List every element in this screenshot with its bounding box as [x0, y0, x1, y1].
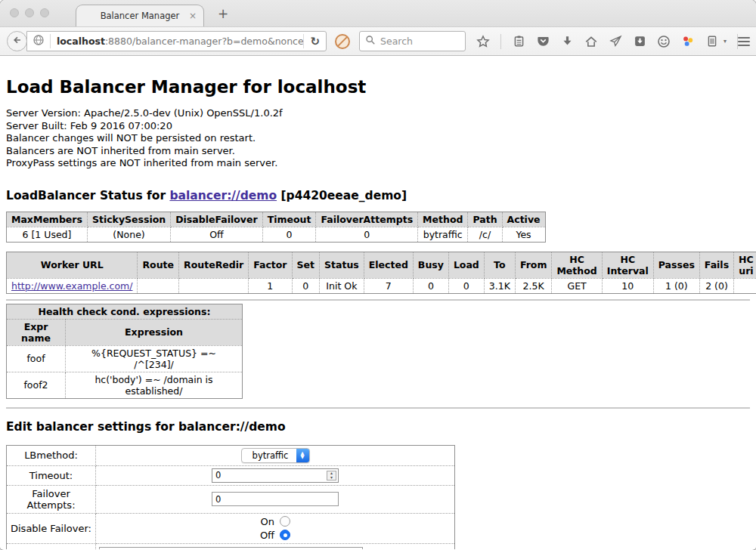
failover-attempts-input[interactable]: 0	[212, 492, 339, 506]
server-version-line: Server Version: Apache/2.5.0-dev (Unix) …	[6, 107, 283, 119]
window-controls[interactable]	[10, 8, 49, 17]
cell-expression-1: %{REQUEST_STATUS} =~ /^[234]/	[66, 345, 243, 372]
worker-status-table: Worker URL Route RouteRedir Factor Set S…	[6, 252, 756, 294]
health-row-foof: foof %{REQUEST_STATUS} =~ /^[234]/	[7, 345, 243, 372]
zoom-window-button[interactable]	[40, 8, 49, 17]
reload-icon: ↻	[310, 35, 320, 48]
col-load: Load	[448, 252, 484, 278]
cell-active: Yes	[502, 227, 545, 242]
cell-fails: 2 (0)	[699, 278, 733, 293]
cell-method: bytraffic	[418, 227, 468, 242]
status-heading-suffix: [p4420eeae_demo]	[277, 189, 407, 202]
col-fails: Fails	[699, 252, 733, 278]
col-route: Route	[138, 252, 179, 278]
tab-close-icon[interactable]: ×	[189, 11, 197, 21]
cell-expr-name-1: foof	[7, 345, 66, 372]
url-bar[interactable]: localhost:8880/balancer-manager?b=demo&n…	[26, 31, 327, 51]
sticky-session-input[interactable]	[99, 547, 363, 549]
cell-factor: 1	[249, 278, 292, 293]
server-info: Server Version: Apache/2.5.0-dev (Unix) …	[6, 107, 750, 170]
toolbar-buttons: ▾	[476, 34, 738, 49]
col-worker-url: Worker URL	[7, 252, 138, 278]
feedback-smiley-icon[interactable]	[657, 35, 671, 48]
save-page-icon[interactable]	[633, 35, 646, 48]
radio-off[interactable]	[280, 530, 290, 540]
browser-window: Balancer Manager × + localhost:8880/bala…	[0, 0, 756, 550]
pocket-icon[interactable]	[536, 35, 550, 48]
health-title-row: Health check cond. expressions:	[7, 304, 243, 319]
sticky-session-row: Sticky Session: (Use '-' to delete)	[7, 543, 455, 549]
disable-failover-row: Disable Failover: On Off	[7, 513, 455, 543]
title-bar: Balancer Manager × +	[0, 0, 756, 26]
back-button[interactable]	[7, 31, 27, 51]
home-icon[interactable]	[584, 35, 598, 48]
cell-hc-uri	[734, 278, 756, 293]
url-domain: localhost	[57, 36, 105, 47]
col-path: Path	[468, 212, 502, 227]
send-tab-icon[interactable]	[609, 35, 622, 48]
col-status: Status	[320, 252, 364, 278]
cell-from: 2.5K	[515, 278, 552, 293]
failover-attempts-row: Failover Attempts: 0	[7, 485, 455, 513]
worker-url-link[interactable]: http://www.example.com/	[11, 280, 132, 292]
col-expression: Expression	[66, 319, 243, 345]
new-tab-button[interactable]: +	[218, 6, 228, 21]
balancer-link[interactable]: balancer://demo	[169, 189, 277, 202]
minimize-window-button[interactable]	[25, 8, 34, 17]
navigation-toolbar: localhost:8880/balancer-manager?b=demo&n…	[0, 26, 756, 56]
failover-attempts-value: 0	[215, 494, 221, 505]
col-active: Active	[502, 212, 545, 227]
cell-hc-interval: 10	[602, 278, 653, 293]
col-hc-interval: HC Interval	[602, 252, 653, 278]
site-identity-button[interactable]	[27, 34, 50, 49]
dropdown-caret-icon[interactable]: ▾	[723, 38, 727, 45]
worker-header-row: Worker URL Route RouteRedir Factor Set S…	[7, 252, 756, 278]
close-window-button[interactable]	[10, 8, 19, 17]
status-heading-prefix: LoadBalancer Status for	[6, 189, 169, 202]
cell-status: Init Ok	[320, 278, 364, 293]
timeout-value: 0	[215, 470, 221, 480]
cell-load: 0	[448, 278, 484, 293]
lbmethod-select[interactable]: bytraffic ▲▼	[241, 448, 310, 463]
reading-list-icon[interactable]	[512, 35, 525, 48]
colored-dots-extension-icon[interactable]	[681, 35, 695, 48]
col-busy: Busy	[413, 252, 448, 278]
cell-expression-2: hc('body') =~ /domain is established/	[66, 372, 243, 398]
edit-settings-heading: Edit balancer settings for balancer://de…	[6, 420, 750, 434]
col-hc-uri: HC uri	[734, 252, 756, 278]
search-bar[interactable]: Search	[359, 31, 466, 51]
lbmethod-label: LBmethod:	[7, 445, 96, 465]
cell-path: /c/	[468, 227, 502, 242]
inherit-note-line: Balancers are NOT inherited from main se…	[6, 145, 235, 156]
divider-after-worker-table	[6, 299, 750, 301]
bookmark-star-icon[interactable]	[476, 35, 490, 48]
reload-button[interactable]: ↻	[303, 34, 326, 48]
blocked-content-icon[interactable]	[335, 34, 350, 49]
col-expr-name: Expr name	[7, 319, 66, 345]
search-placeholder: Search	[380, 36, 413, 47]
health-header-row: Expr name Expression	[7, 319, 243, 345]
lbmethod-selected-value: bytraffic	[242, 449, 296, 462]
cell-maxmembers: 6 [1 Used]	[7, 227, 88, 242]
container-icon[interactable]	[705, 35, 719, 48]
sticky-session-label: Sticky Session:	[7, 543, 96, 549]
sticky-session-note: (Use '-' to delete)	[366, 548, 451, 549]
url-text[interactable]: localhost:8880/balancer-manager?b=demo&n…	[51, 36, 303, 47]
timeout-label: Timeout:	[7, 465, 96, 485]
downloads-icon[interactable]	[560, 35, 574, 48]
timeout-input[interactable]: 0 ▴▾	[212, 468, 339, 483]
failover-attempts-label: Failover Attempts:	[7, 485, 96, 513]
col-routeredir: RouteRedir	[179, 252, 249, 278]
number-stepper-icon[interactable]: ▴▾	[327, 471, 336, 480]
cell-timeout: 0	[262, 227, 316, 242]
col-failoverattempts: FailoverAttempts	[316, 212, 418, 227]
balancer-data-row: 6 [1 Used] (None) Off 0 0 bytraffic /c/ …	[7, 227, 546, 242]
cell-routeredir	[179, 278, 249, 293]
browser-tab[interactable]: Balancer Manager ×	[76, 5, 204, 26]
divider-before-edit	[6, 407, 750, 409]
health-table-title: Health check cond. expressions:	[7, 304, 243, 319]
server-built-line: Server Built: Feb 9 2016 07:00:20	[6, 120, 172, 131]
radio-on[interactable]	[280, 516, 290, 527]
worker-data-row: http://www.example.com/ 1 0 Init Ok 7 0 …	[7, 278, 756, 293]
menu-icon[interactable]	[738, 37, 750, 46]
